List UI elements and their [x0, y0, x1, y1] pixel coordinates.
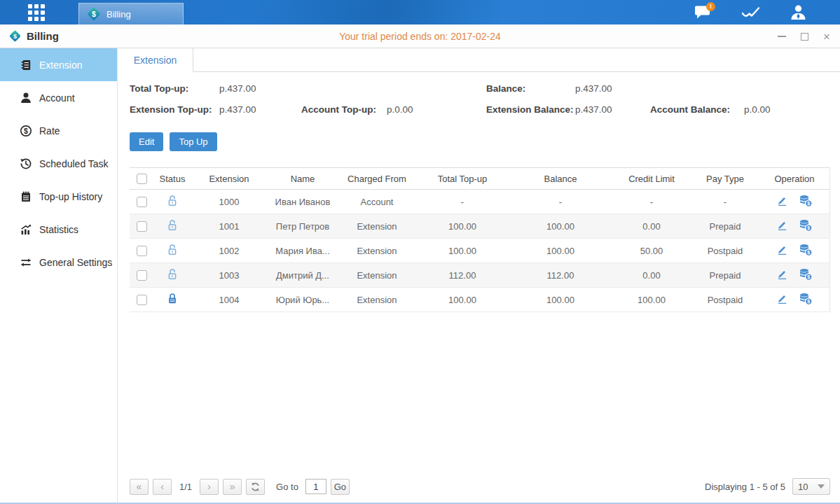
row-checkbox[interactable]: [137, 246, 147, 256]
unlocked-icon: [167, 219, 178, 231]
main-panel: Extension Total Top-up: p.437.00 Extensi…: [118, 48, 840, 503]
cell-extension: 1002: [191, 239, 268, 263]
notepad-icon: [20, 190, 32, 203]
billing-diamond-icon-small: $: [8, 29, 22, 43]
coins-dollar-icon: $: [799, 268, 813, 281]
cell-total-topup: 100.00: [416, 214, 509, 239]
edit-extension-button[interactable]: [772, 293, 792, 307]
row-checkbox[interactable]: [137, 295, 147, 305]
extension-page: Total Top-up: p.437.00 Extension Top-up:…: [118, 72, 840, 503]
sidebar-item-account[interactable]: Account: [0, 81, 117, 114]
minimize-button[interactable]: [776, 30, 788, 43]
app-launcher-button[interactable]: [27, 0, 48, 24]
extension-table: Status Extension Name Charged From Total…: [130, 167, 830, 312]
cell-credit-limit: -: [612, 190, 691, 214]
prev-page-button[interactable]: ‹: [153, 479, 172, 495]
edit-button[interactable]: Edit: [130, 132, 163, 151]
topup-extension-button[interactable]: $: [794, 195, 817, 209]
goto-page-input[interactable]: [305, 479, 326, 494]
edit-extension-button[interactable]: [772, 219, 792, 233]
topup-extension-button[interactable]: $: [794, 219, 817, 234]
svg-text:$: $: [808, 299, 811, 304]
edit-extension-button[interactable]: [772, 268, 792, 282]
goto-label: Go to: [276, 482, 298, 492]
cell-extension: 1004: [191, 288, 268, 312]
sidebar-item-label: Extension: [39, 59, 82, 71]
table-header-row: Status Extension Name Charged From Total…: [130, 168, 830, 190]
billing-app-window: $ Billing !: [0, 0, 840, 504]
coins-dollar-icon: $: [799, 293, 813, 305]
topup-button[interactable]: Top Up: [170, 132, 216, 151]
edit-extension-button[interactable]: [772, 195, 792, 209]
extension-table-body: 1000 Иван Иванов Account - - - -: [130, 190, 830, 312]
status-lock-icon: [167, 198, 178, 209]
column-total-topup: Total Top-up: [416, 168, 509, 190]
cell-credit-limit: 0.00: [612, 214, 691, 239]
extension-topup-label: Extension Top-up:: [130, 104, 219, 115]
topup-extension-button[interactable]: $: [794, 268, 817, 283]
cell-name: Иван Иванов: [268, 190, 338, 214]
sidebar-item-extension[interactable]: Extension: [0, 48, 117, 81]
maximize-button[interactable]: [798, 30, 811, 43]
table-row: 1004 Юрий Юрь... Extension 100.00 100.00…: [130, 288, 830, 312]
coins-dollar-icon: $: [799, 244, 813, 256]
sidebar-item-rate[interactable]: $ Rate: [0, 114, 117, 147]
row-checkbox[interactable]: [137, 221, 147, 232]
notifications-button[interactable]: !: [693, 4, 712, 22]
user-menu-button[interactable]: [788, 4, 808, 22]
table-row: 1002 Мария Ива... Extension 100.00 100.0…: [130, 239, 830, 263]
cell-credit-limit: 100.00: [612, 288, 691, 312]
pencil-icon: [776, 268, 788, 280]
column-pay-type: Pay Type: [691, 168, 759, 190]
pagination-bar: « ‹ 1/1 › »: [130, 476, 830, 497]
topup-extension-button[interactable]: $: [794, 293, 817, 307]
account-balance-value: p.0.00: [744, 104, 830, 115]
sidebar-item-general-settings[interactable]: General Settings: [0, 246, 117, 279]
next-page-button[interactable]: ›: [200, 479, 219, 495]
sidebar-item-scheduled-task[interactable]: Scheduled Task: [0, 147, 117, 180]
tab-extension[interactable]: Extension: [118, 48, 193, 72]
billing-diamond-icon: $: [86, 6, 102, 22]
row-checkbox[interactable]: [137, 270, 147, 281]
topbar-tray: !: [693, 0, 808, 24]
svg-text:$: $: [808, 201, 811, 206]
close-button[interactable]: ×: [820, 30, 833, 43]
first-page-button[interactable]: «: [130, 479, 149, 495]
cell-credit-limit: 50.00: [612, 239, 691, 263]
sidebar-item-label: General Settings: [39, 257, 112, 268]
svg-text:$: $: [808, 250, 811, 255]
edit-extension-button[interactable]: [772, 244, 792, 258]
sidebar-item-statistics[interactable]: Statistics: [0, 213, 117, 246]
cell-balance: 100.00: [509, 288, 612, 312]
column-operation: Operation: [759, 168, 830, 190]
svg-text:$: $: [808, 274, 811, 280]
sidebar-item-topup-history[interactable]: Top-up History: [0, 180, 117, 213]
last-page-button[interactable]: »: [223, 479, 242, 495]
go-button[interactable]: Go: [331, 479, 350, 495]
sidebar-item-label: Top-up History: [39, 191, 102, 202]
page-size-select[interactable]: 10: [792, 478, 830, 495]
cell-total-topup: 100.00: [416, 288, 509, 312]
refresh-button[interactable]: [246, 479, 265, 495]
account-balance-label: Account Balance:: [650, 104, 744, 115]
page-indicator: 1/1: [179, 482, 192, 492]
table-row: 1003 Дмитрий Д... Extension 112.00 112.0…: [130, 263, 830, 288]
cell-total-topup: 112.00: [416, 263, 509, 288]
account-topup-value: p.0.00: [387, 104, 486, 115]
resource-monitor-button[interactable]: [741, 4, 760, 22]
topup-extension-button[interactable]: $: [794, 244, 817, 258]
pencil-icon: [776, 195, 788, 206]
page-size-value: 10: [798, 482, 808, 492]
taskbar-tab-billing[interactable]: $ Billing: [78, 3, 184, 24]
cell-balance: 100.00: [509, 239, 612, 263]
status-lock-icon: [167, 272, 178, 282]
extension-topup-value: p.437.00: [219, 104, 301, 115]
cell-pay-type: Postpaid: [691, 288, 759, 312]
unlocked-icon: [167, 195, 178, 206]
transfer-arrows-icon: [20, 256, 32, 269]
table-row: 1001 Петр Петров Extension 100.00 100.00…: [130, 214, 830, 239]
row-checkbox[interactable]: [137, 197, 147, 207]
cell-pay-type: Postpaid: [691, 239, 759, 263]
select-all-checkbox[interactable]: [137, 174, 147, 184]
sidebar-item-label: Account: [39, 92, 75, 104]
